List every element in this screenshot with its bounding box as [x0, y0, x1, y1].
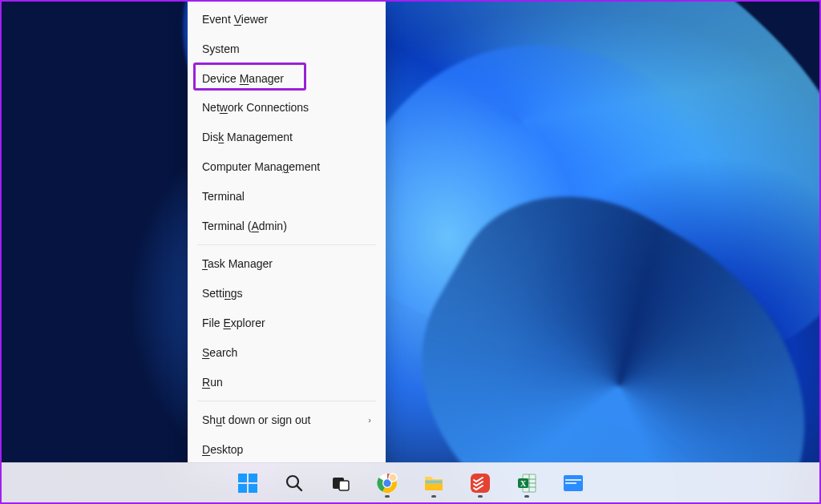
menu-item-label: System: [202, 42, 240, 56]
search-icon: [285, 474, 304, 493]
menu-item[interactable]: Computer Management: [188, 152, 386, 182]
menu-separator: [197, 401, 376, 401]
menu-separator: [197, 244, 376, 245]
start-icon: [237, 473, 258, 494]
menu-item[interactable]: Disk Management: [188, 123, 386, 152]
menu-item[interactable]: Desktop: [188, 435, 386, 465]
menu-item[interactable]: System: [188, 34, 386, 64]
running-indicator: [385, 495, 390, 498]
taskview-button[interactable]: [324, 467, 358, 499]
menu-item[interactable]: Device Manager: [188, 64, 386, 94]
running-indicator: [431, 495, 436, 498]
chrome-button[interactable]: [370, 467, 404, 499]
todoist-button[interactable]: [463, 467, 497, 499]
svg-rect-1: [238, 474, 247, 482]
menu-item[interactable]: Terminal: [188, 182, 386, 212]
menu-item[interactable]: Search: [188, 338, 386, 368]
app-icon: [563, 474, 584, 492]
menu-item-label: File Explorer: [202, 317, 265, 330]
menu-item-label: Computer Management: [202, 160, 320, 174]
chevron-right-icon: ›: [368, 415, 371, 425]
menu-item-label: Terminal (Admin): [202, 220, 287, 233]
app-button[interactable]: [556, 467, 590, 499]
search-button[interactable]: [277, 467, 311, 499]
svg-rect-2: [249, 474, 257, 482]
svg-rect-4: [249, 484, 257, 493]
menu-item[interactable]: Terminal (Admin): [188, 212, 386, 241]
menu-item[interactable]: Network Connections: [188, 93, 386, 123]
menu-item[interactable]: Run: [188, 368, 386, 397]
svg-rect-8: [339, 481, 349, 490]
running-indicator: [524, 495, 529, 498]
menu-item-label: Settings: [202, 287, 243, 300]
menu-item-label: Event Viewer: [202, 13, 268, 26]
taskview-icon: [331, 474, 350, 493]
menu-item-label: Terminal: [202, 190, 245, 204]
menu-item-label: Device Manager: [202, 72, 284, 86]
menu-item-label: Task Manager: [202, 257, 273, 271]
menu-item-label: Run: [202, 376, 223, 389]
svg-rect-14: [426, 481, 442, 483]
file-explorer-icon: [423, 474, 444, 493]
svg-rect-3: [238, 484, 247, 493]
chrome-icon: [377, 473, 398, 494]
menu-item[interactable]: File Explorer: [188, 308, 386, 338]
todoist-icon: [470, 473, 491, 494]
menu-item-label: Shut down or sign out: [202, 413, 310, 427]
start-button[interactable]: [231, 467, 265, 499]
svg-point-12: [389, 474, 397, 482]
menu-item-label: Network Connections: [202, 101, 309, 115]
desktop-wallpaper: [2, 2, 819, 502]
excel-icon: X: [516, 473, 537, 494]
menu-item[interactable]: Task Manager: [188, 249, 386, 279]
file-explorer-button[interactable]: [417, 467, 451, 499]
svg-rect-25: [565, 482, 576, 484]
menu-item-label: Search: [202, 346, 237, 360]
menu-item-label: Disk Management: [202, 131, 293, 144]
menu-item[interactable]: Event Viewer: [188, 5, 386, 34]
svg-line-6: [297, 486, 301, 490]
menu-item[interactable]: Settings: [188, 279, 386, 308]
winx-context-menu: Event ViewerSystemDevice ManagerNetwork …: [188, 2, 386, 470]
taskbar: X: [2, 462, 819, 502]
running-indicator: [478, 495, 483, 498]
menu-item[interactable]: Shut down or sign out›: [188, 405, 386, 435]
menu-item-label: Desktop: [202, 443, 243, 457]
svg-rect-24: [565, 479, 581, 481]
excel-button[interactable]: X: [510, 467, 544, 499]
svg-text:X: X: [520, 479, 527, 488]
